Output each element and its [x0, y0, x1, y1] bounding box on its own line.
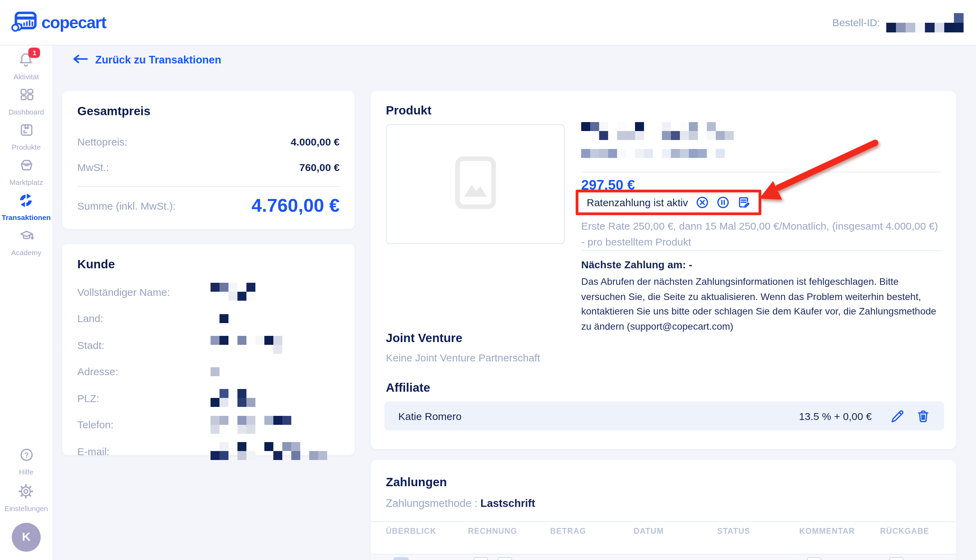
divider	[581, 250, 941, 251]
edit-affiliate-icon[interactable]	[890, 408, 904, 423]
sidebar-item-produkte[interactable]: Produkte	[12, 122, 41, 151]
affiliate-row: Katie Romero 13.5 % + 0,00 €	[384, 402, 944, 430]
brand-name: copecart	[42, 13, 106, 32]
totals-card: Gesamtpreis Nettopreis: 4.000,00 € MwSt.…	[62, 91, 355, 229]
total-row-mwst: MwSt.: 760,00 €	[77, 162, 339, 173]
mwst-label: MwSt.:	[77, 162, 109, 173]
sidebar-item-label: Dashboard	[8, 108, 44, 116]
affiliate-title: Affiliate	[386, 381, 430, 395]
payment-thumbnail	[393, 557, 409, 560]
total-row-netto: Nettopreis: 4.000,00 €	[77, 136, 339, 148]
sidebar-item-hilfe[interactable]: ? Hilfe	[18, 447, 34, 476]
land-redacted	[211, 314, 229, 323]
sidebar-item-label: Hilfe	[19, 468, 33, 476]
divider	[581, 172, 941, 172]
customer-row-plz: PLZ:	[77, 385, 339, 412]
sidebar-item-marktplatz[interactable]: Marktplatz	[10, 157, 43, 186]
copecart-logo[interactable]: copecart	[11, 0, 106, 45]
product-image-placeholder	[386, 124, 565, 244]
email-label: E-mail:	[77, 445, 109, 457]
refund-button[interactable]	[889, 557, 904, 560]
customer-row-name: Vollständiger Name:	[77, 278, 339, 305]
transactions-icon	[18, 192, 34, 211]
invoice-button[interactable]	[473, 557, 488, 560]
sum-value: 4.760,00 €	[252, 195, 339, 217]
delete-affiliate-icon[interactable]	[916, 408, 931, 423]
image-placeholder-icon	[454, 155, 496, 213]
product-subtitle-redacted	[581, 149, 725, 158]
sidebar-item-label: Aktivität	[13, 72, 39, 81]
telefon-label: Telefon:	[77, 419, 114, 431]
customer-row-land: Land:	[77, 305, 339, 332]
column-status: STATUS	[717, 527, 750, 535]
order-id: Bestell-ID:	[832, 0, 964, 45]
divider	[371, 522, 956, 522]
customer-row-telefon: Telefon:	[77, 412, 339, 438]
sidebar-item-dashboard[interactable]: Dashboard	[8, 87, 44, 116]
page: copecart Bestell-ID: 1 Aktivität	[0, 0, 976, 560]
invoice-button[interactable]	[498, 557, 512, 560]
telefon-redacted	[211, 416, 291, 434]
notification-badge: 1	[28, 48, 40, 58]
customer-card: Kunde Vollständiger Name: Land: Stadt: A…	[62, 244, 355, 455]
topbar: copecart Bestell-ID:	[0, 0, 976, 45]
divider	[77, 186, 339, 187]
customer-row-adresse: Adresse:	[77, 358, 339, 385]
sidebar-item-academy[interactable]: Academy	[11, 228, 42, 257]
dashboard-icon	[18, 87, 34, 105]
back-link-label: Zurück zu Transaktionen	[95, 54, 221, 66]
payments-card: Zahlungen Zahlungsmethode : Lastschrift …	[371, 460, 956, 560]
payment-method: Zahlungsmethode : Lastschrift	[386, 497, 535, 510]
netto-value: 4.000,00 €	[291, 136, 339, 148]
sum-label: Summe (inkl. MwSt.):	[77, 200, 175, 212]
column-kommentar: KOMMENTAR	[799, 527, 855, 535]
customer-row-email: E-mail:	[77, 438, 339, 465]
installment-status-highlight: Ratenzahlung ist aktiv	[576, 190, 761, 215]
order-id-redacted	[886, 13, 964, 32]
sidebar-item-einstellungen[interactable]: Einstellungen	[5, 483, 48, 512]
sidebar-item-transaktionen[interactable]: Transaktionen	[2, 192, 51, 222]
sidebar-item-label: Transaktionen	[2, 213, 51, 222]
payment-row[interactable]	[371, 555, 956, 560]
graduation-cap-icon	[18, 228, 34, 246]
payment-method-value: Lastschrift	[480, 497, 535, 509]
column-rueckgabe: RÜCKGABE	[880, 527, 929, 535]
column-datum: DATUM	[633, 527, 663, 535]
sidebar-item-aktivitaet[interactable]: 1 Aktivität	[13, 52, 39, 81]
affiliate-commission: 13.5 % + 0,00 €	[799, 410, 872, 422]
arrow-left-icon	[72, 54, 89, 66]
sidebar-item-label: Marktplatz	[10, 178, 43, 186]
comment-button[interactable]	[807, 557, 821, 560]
product-card: Produkt 297,50 € Ratenzahlung ist aktiv	[371, 91, 956, 449]
customer-title: Kunde	[77, 257, 339, 272]
name-redacted	[211, 283, 264, 301]
cancel-installment-icon[interactable]	[696, 196, 709, 209]
copecart-logo-icon	[11, 11, 37, 34]
column-betrag: BETRAG	[550, 527, 586, 535]
mwst-value: 760,00 €	[299, 162, 339, 173]
product-title: Produkt	[386, 103, 431, 118]
name-label: Vollständiger Name:	[77, 286, 170, 298]
user-avatar[interactable]: K	[12, 523, 41, 552]
totals-title: Gesamtpreis	[77, 104, 339, 118]
column-ueberblick: ÜBERBLICK	[386, 527, 436, 535]
installment-status-label: Ratenzahlung ist aktiv	[587, 197, 688, 208]
sidebar-item-label: Produkte	[12, 143, 41, 151]
pause-installment-icon[interactable]	[717, 196, 730, 209]
sidebar-item-label: Academy	[11, 248, 42, 257]
installment-details: Erste Rate 250,00 €, dann 15 Mal 250,00 …	[581, 218, 944, 250]
back-to-transactions-link[interactable]: Zurück zu Transaktionen	[72, 54, 221, 66]
sidebar-item-label: Einstellungen	[5, 504, 48, 512]
next-payment-label: Nächste Zahlung am: -	[581, 258, 692, 270]
payment-error-text: Das Abrufen der nächsten Zahlungsinforma…	[581, 275, 938, 334]
help-icon: ?	[18, 447, 34, 465]
edit-note-icon[interactable]	[737, 196, 750, 209]
basket-icon	[18, 157, 34, 176]
adresse-redacted	[211, 367, 219, 376]
email-redacted	[211, 442, 327, 460]
plz-label: PLZ:	[77, 392, 99, 404]
package-icon	[18, 122, 34, 141]
product-name-redacted	[581, 122, 743, 140]
joint-venture-title: Joint Venture	[386, 331, 463, 345]
sidebar: 1 Aktivität Dashboard	[0, 45, 53, 560]
